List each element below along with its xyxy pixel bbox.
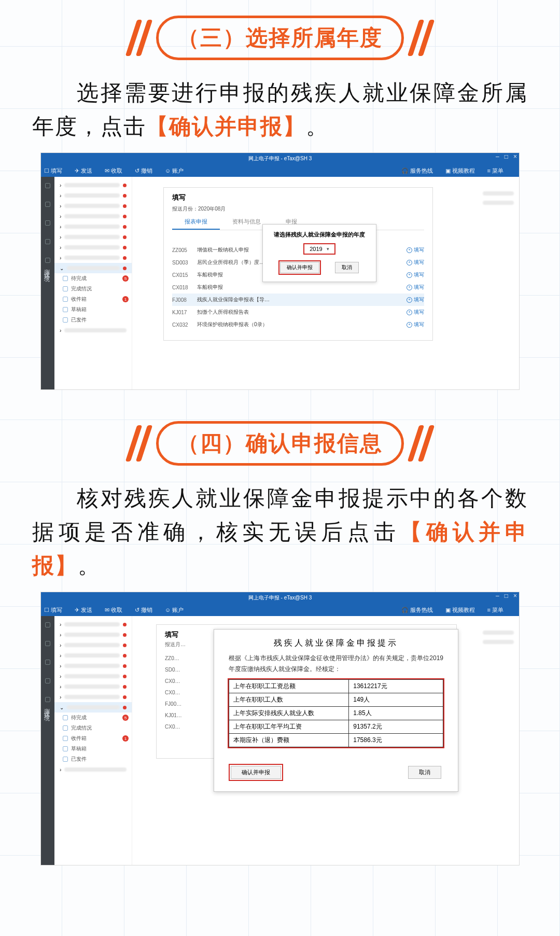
- canvas-area: 填写 报送月份：2020年08月 报表申报 资料与信息 申报 2020-8-1至…: [132, 177, 519, 389]
- form-row[interactable]: FJ008残疾人就业保障金申报表【导…+填写: [172, 294, 424, 306]
- confirm-declare-button[interactable]: 确认并申报: [231, 766, 281, 779]
- close-icon[interactable]: ×: [513, 153, 517, 160]
- window-titlebar: 网上电子申报 - eTax@SH 3 – □ ×: [41, 592, 519, 604]
- section-3-title-badge: （三）选择所属年度: [156, 16, 404, 60]
- sidebar-inbox[interactable]: 收件箱1: [63, 733, 132, 744]
- section-4-title-badge: （四）确认申报信息: [156, 421, 404, 466]
- menu-acct[interactable]: ☺账户: [165, 606, 184, 614]
- rail-icon[interactable]: [45, 641, 50, 646]
- tree-item[interactable]: ›: [54, 764, 132, 775]
- tree-item[interactable]: ›: [54, 211, 132, 221]
- maximize-icon[interactable]: □: [505, 153, 508, 160]
- row-text: 残疾人就业保障金申报表【导…: [197, 296, 407, 303]
- rail-icon[interactable]: [45, 678, 50, 683]
- form-row[interactable]: KJ017扣缴个人所得税报告表+填写: [172, 306, 424, 318]
- tree-item[interactable]: ›: [54, 180, 132, 190]
- menu-more[interactable]: ≡菜单: [487, 606, 503, 614]
- section-4-heading: （四）确认申报信息: [0, 421, 560, 466]
- canvas-area: 填写 报送月… ZZ0…SD0…CX0…CX0…FJ00…KJ01…CX0… 残…: [132, 616, 519, 865]
- minimize-icon[interactable]: –: [496, 153, 499, 160]
- rail-icon[interactable]: [45, 622, 50, 627]
- tree-item[interactable]: ›: [54, 242, 132, 253]
- tree-item[interactable]: ›: [54, 619, 132, 630]
- menu-send[interactable]: ✈发送: [75, 606, 92, 614]
- tree-item[interactable]: ›: [54, 671, 132, 681]
- table-cell-key: 上年在职职工人数: [229, 693, 349, 707]
- tab-report[interactable]: 报表申报: [172, 216, 220, 230]
- menu-acct[interactable]: ☺账户: [165, 167, 184, 175]
- rail-icon[interactable]: [45, 697, 50, 702]
- tree-item[interactable]: ›: [54, 661, 132, 671]
- app-menubar: ☐填写 ✈发送 ✉收取 ↺撤销 ☺账户 🎧服务热线 ▣视频教程 ≡菜单: [41, 604, 519, 616]
- tree-item[interactable]: ›: [54, 640, 132, 650]
- sidebar-done[interactable]: 完成情况: [63, 723, 132, 733]
- cancel-button[interactable]: 取消: [408, 766, 441, 779]
- row-action[interactable]: +填写: [407, 321, 424, 328]
- tree-item[interactable]: ›: [54, 325, 132, 336]
- tree-item[interactable]: ›: [54, 681, 132, 692]
- rail-icon[interactable]: [45, 660, 50, 665]
- sidebar-draft[interactable]: 草稿箱: [63, 744, 132, 754]
- section-3-text-post: 。: [306, 114, 329, 138]
- row-action[interactable]: +填写: [407, 246, 424, 254]
- sidebar-inbox[interactable]: 收件箱1: [63, 294, 132, 304]
- left-icon-rail: 测试环境: [41, 616, 54, 865]
- sidebar-draft[interactable]: 草稿箱: [63, 304, 132, 315]
- menu-help[interactable]: 🎧服务热线: [401, 606, 433, 614]
- close-icon[interactable]: ×: [513, 592, 517, 599]
- menu-video[interactable]: ▣视频教程: [445, 606, 475, 614]
- rail-icon[interactable]: [45, 183, 50, 188]
- tree-item[interactable]: ›: [54, 221, 132, 232]
- confirm-declare-button[interactable]: 确认并申报: [280, 262, 319, 273]
- row-text: 环境保护税纳税申报表（0录）: [197, 321, 407, 328]
- tree-item-selected[interactable]: ⌄: [54, 702, 132, 713]
- maximize-icon[interactable]: □: [505, 592, 508, 599]
- rail-icon[interactable]: [45, 258, 50, 263]
- cancel-button[interactable]: 取消: [335, 262, 359, 273]
- sidebar-sent[interactable]: 已发件: [63, 315, 132, 325]
- decor-slashes-right: [413, 425, 429, 462]
- menu-undo[interactable]: ↺撤销: [135, 606, 152, 614]
- tree-item[interactable]: ›: [54, 190, 132, 201]
- tree-item[interactable]: ›: [54, 630, 132, 640]
- rail-icon[interactable]: [45, 202, 50, 207]
- tree-item[interactable]: ›: [54, 650, 132, 661]
- menu-help[interactable]: 🎧服务热线: [401, 167, 433, 175]
- row-action[interactable]: +填写: [407, 271, 424, 278]
- year-dropdown[interactable]: 2019 ▾: [303, 243, 335, 255]
- row-action[interactable]: +填写: [407, 309, 424, 316]
- row-action[interactable]: +填写: [407, 284, 424, 291]
- sidebar-todo[interactable]: 待完成5: [63, 713, 132, 723]
- form-row[interactable]: CX018车船税申报+填写: [172, 281, 424, 294]
- table-cell-value: 1.85人: [349, 707, 443, 720]
- tree-item-selected[interactable]: ⌄: [54, 263, 132, 273]
- table-row: 本期应补（退）费额17586.3元: [229, 734, 443, 747]
- sidebar-done[interactable]: 完成情况: [63, 284, 132, 294]
- form-row[interactable]: CX032环境保护税纳税申报表（0录）+填写: [172, 318, 424, 331]
- menu-send[interactable]: ✈发送: [75, 167, 92, 175]
- tree-item[interactable]: ›: [54, 253, 132, 263]
- menu-recv[interactable]: ✉收取: [105, 167, 122, 175]
- fill-form-card: 填写 报送月份：2020年08月 报表申报 资料与信息 申报 2020-8-1至…: [163, 187, 433, 341]
- card-subtitle: 报送月份：2020年08月: [172, 205, 424, 213]
- row-action[interactable]: +填写: [407, 296, 424, 303]
- menu-undo[interactable]: ↺撤销: [135, 167, 152, 175]
- row-action[interactable]: +填写: [407, 259, 424, 266]
- rail-icon[interactable]: [45, 239, 50, 244]
- menu-video[interactable]: ▣视频教程: [445, 167, 475, 175]
- row-text: 扣缴个人所得税报告表: [197, 309, 407, 316]
- menu-fill[interactable]: ☐填写: [44, 606, 62, 614]
- rail-icon[interactable]: [45, 220, 50, 226]
- right-side-blur: [483, 191, 514, 205]
- right-side-blur: [483, 631, 514, 644]
- rail-env-label: 测试环境: [43, 265, 51, 273]
- sidebar-todo[interactable]: 待完成5: [63, 273, 132, 284]
- tree-item[interactable]: ›: [54, 201, 132, 211]
- tree-item[interactable]: ›: [54, 232, 132, 242]
- tree-item[interactable]: ›: [54, 692, 132, 702]
- minimize-icon[interactable]: –: [496, 592, 499, 599]
- sidebar-sent[interactable]: 已发件: [63, 754, 132, 764]
- menu-more[interactable]: ≡菜单: [487, 167, 503, 175]
- menu-recv[interactable]: ✉收取: [105, 606, 122, 614]
- menu-fill[interactable]: ☐填写: [44, 167, 62, 175]
